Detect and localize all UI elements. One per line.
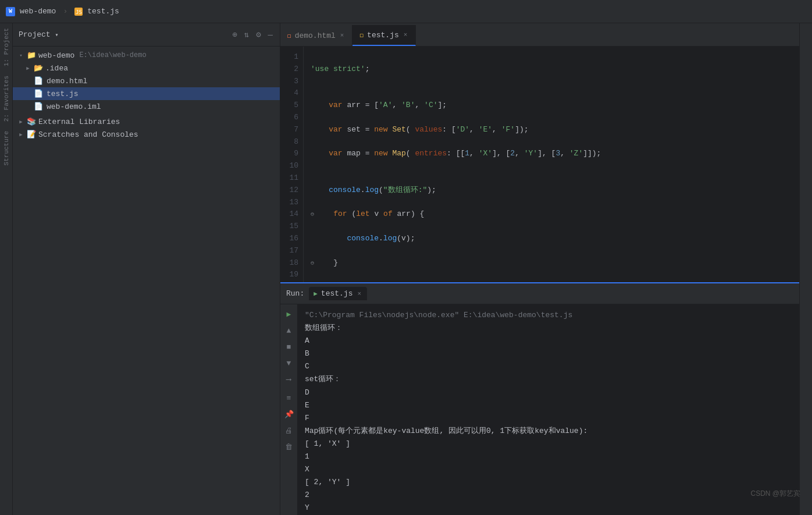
project-header: Project ▾ ⊕ ⇅ ⚙ —	[13, 23, 280, 47]
code-editor: 12345 678910 1112131415 1617181920 2122 …	[280, 47, 799, 282]
tab-js-icon: ◻	[359, 31, 364, 39]
tab-html-close-icon[interactable]: ×	[339, 31, 346, 40]
tab-html-label: demo.html	[295, 31, 336, 40]
console-sidebar: ▶ ▲ ■ ▼ ⟶ ≡ 📌 🖨 🗑	[280, 304, 298, 515]
tab-js-close-icon[interactable]: ×	[403, 31, 409, 39]
stop-button[interactable]: ■	[283, 340, 295, 353]
pin-button[interactable]: 📌	[283, 408, 295, 421]
title-separator: ›	[63, 7, 67, 16]
svg-text:JS: JS	[76, 9, 82, 15]
tree-iml[interactable]: 📄 web-demo.iml	[13, 100, 280, 113]
tab-test-js[interactable]: ◻ test.js ×	[352, 25, 416, 46]
console-section: Run: ▶ test.js × ▶ ▲ ■ ▼ ⟶ ≡ 📌 🖨 🗑	[280, 282, 799, 515]
console-tab-icon: ▶	[314, 290, 318, 297]
main-layout: 1: Project 2: Favorites Structure Projec…	[0, 23, 812, 515]
watermark: CSDN @郭艺宾	[750, 489, 800, 499]
tree-scratches[interactable]: ▶ 📝 Scratches and Consoles	[13, 128, 280, 141]
tree-spacer	[24, 77, 31, 84]
test-js-label: test.js	[47, 90, 79, 98]
external-libs-label: External Libraries	[38, 118, 120, 126]
iml-label: web-demo.iml	[47, 102, 101, 111]
tree-arrow-libs-icon: ▶	[17, 118, 24, 125]
output-line-15: Y	[305, 502, 792, 514]
project-title: Project	[19, 30, 51, 39]
output-line-12: X	[305, 463, 792, 476]
project-chevron-icon: ▾	[55, 31, 59, 38]
scratch-icon: 📝	[27, 130, 36, 139]
idea-label: .idea	[45, 64, 68, 73]
tree-root[interactable]: ▾ 📁 web-demo E:\idea\web-demo	[13, 49, 280, 62]
wrap-button[interactable]: ⟶	[283, 373, 295, 386]
output-line-10: [ 1, 'X' ]	[305, 438, 792, 450]
output-line-6: D	[305, 386, 792, 399]
console-tab[interactable]: ▶ test.js ×	[309, 287, 367, 300]
idea-folder-icon: 📂	[34, 63, 43, 73]
output-line-1: 数组循环：	[305, 322, 792, 335]
locate-icon[interactable]: ⊕	[231, 29, 238, 41]
output-line-11: 1	[305, 450, 792, 463]
tab-js-label: test.js	[367, 31, 399, 40]
output-line-4: C	[305, 360, 792, 373]
output-line-2: A	[305, 335, 792, 347]
settings-icon[interactable]: ⚙	[255, 29, 262, 41]
file-icon: JS	[74, 8, 83, 16]
console-output: "C:\Program Files\nodejs\node.exe" E:\id…	[298, 304, 799, 515]
tree-arrow-idea-icon: ▶	[24, 65, 31, 72]
console-run-label: Run:	[286, 289, 304, 298]
title-bar: W web-demo › JS test.js	[0, 0, 812, 23]
title-file-name: test.js	[87, 7, 119, 16]
collapse-icon[interactable]: ⇅	[243, 29, 250, 41]
html-file-icon: 📄	[34, 76, 43, 86]
console-tab-close-icon[interactable]: ×	[356, 290, 362, 298]
scroll-down-button[interactable]: ▼	[283, 357, 295, 370]
tree-external-libs[interactable]: ▶ 📚 External Libraries	[13, 115, 280, 128]
run-button[interactable]: ▶	[283, 308, 295, 321]
root-name: web-demo	[38, 51, 74, 60]
output-line-13: [ 2, 'Y' ]	[305, 476, 792, 489]
tree-test-js[interactable]: 📄 test.js	[13, 87, 280, 100]
project-tree: ▾ 📁 web-demo E:\idea\web-demo ▶ 📂 .idea …	[13, 47, 280, 515]
tree-spacer2	[24, 90, 31, 97]
minimize-icon[interactable]: —	[267, 29, 274, 41]
code-content[interactable]: 'use strict'; var arr = ['A', 'B', 'C'];…	[304, 47, 799, 282]
soft-wrap-button[interactable]: ≡	[283, 392, 295, 404]
project-name: web-demo	[20, 7, 56, 16]
tree-idea[interactable]: ▶ 📂 .idea	[13, 62, 280, 74]
folder-icon: 📁	[27, 51, 36, 60]
project-panel: Project ▾ ⊕ ⇅ ⚙ — ▾ 📁 web-demo E:\idea\w…	[13, 23, 280, 515]
output-line-5: set循环：	[305, 373, 792, 386]
sidebar-tab-favorites[interactable]: 2: Favorites	[1, 71, 12, 126]
sidebar-tab-structure[interactable]: Structure	[1, 126, 12, 170]
console-header: Run: ▶ test.js ×	[280, 283, 799, 304]
editor-tabs: ◻ demo.html × ◻ test.js ×	[280, 23, 799, 47]
right-sidebar	[799, 23, 812, 515]
js-file-icon: 📄	[34, 89, 43, 98]
output-line-9: Map循环(每个元素都是key-value数组, 因此可以用0, 1下标获取ke…	[305, 425, 792, 438]
sidebar-tab-project[interactable]: 1: Project	[1, 23, 12, 71]
line-numbers: 12345 678910 1112131415 1617181920 2122	[280, 47, 304, 282]
tree-spacer3	[24, 103, 31, 110]
console-tab-name: test.js	[321, 289, 353, 298]
app-icon: W	[6, 7, 15, 16]
tree-demo-html[interactable]: 📄 demo.html	[13, 74, 280, 87]
scratches-label: Scratches and Consoles	[38, 130, 138, 139]
left-sidebar: 1: Project 2: Favorites Structure	[0, 23, 13, 515]
print-button[interactable]: 🖨	[283, 424, 295, 437]
demo-html-label: demo.html	[47, 77, 87, 86]
right-side: ◻ demo.html × ◻ test.js × 12345 678910 1…	[280, 23, 799, 515]
output-line-3: B	[305, 347, 792, 360]
clear-button[interactable]: 🗑	[283, 441, 295, 453]
root-path: E:\idea\web-demo	[79, 51, 146, 59]
libs-icon: 📚	[27, 117, 36, 126]
output-line-7: E	[305, 399, 792, 412]
project-actions: ⊕ ⇅ ⚙ —	[231, 29, 274, 41]
console-command: "C:\Program Files\nodejs\node.exe" E:\id…	[305, 309, 792, 322]
tree-arrow-scratch-icon: ▶	[17, 131, 24, 138]
console-body: ▶ ▲ ■ ▼ ⟶ ≡ 📌 🖨 🗑 "C:\Program Files\node…	[280, 304, 799, 515]
output-line-14: 2	[305, 489, 792, 502]
output-line-8: F	[305, 412, 792, 425]
tab-html-icon: ◻	[287, 32, 291, 40]
tab-demo-html[interactable]: ◻ demo.html ×	[280, 25, 352, 46]
scroll-up-button[interactable]: ▲	[283, 324, 295, 337]
tree-arrow-icon: ▾	[17, 52, 24, 59]
